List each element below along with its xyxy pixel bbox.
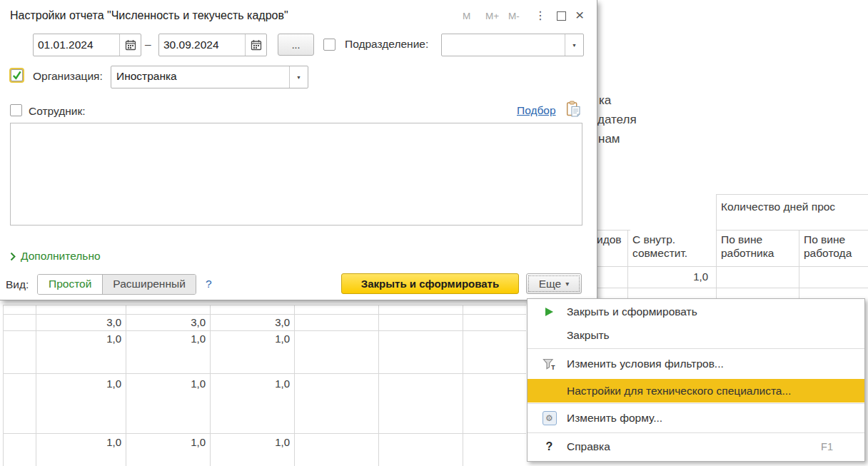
column-group-header: Количество дней прос: [721, 201, 868, 214]
period-options-button[interactable]: ...: [278, 34, 314, 56]
period-to-field[interactable]: [158, 34, 267, 56]
grid-line-v: [3, 305, 4, 466]
question-icon: ?: [540, 440, 559, 453]
play-icon: [540, 308, 559, 316]
column-header: С внутр. совместит.: [632, 233, 712, 260]
close-button[interactable]: ×: [575, 6, 584, 24]
table-cell: 1,0: [126, 436, 206, 448]
more-button-label: Еще: [539, 278, 562, 290]
menu-item-label: Справка: [567, 440, 610, 453]
view-toggle: Простой Расширенный: [37, 274, 196, 295]
column-header: По вине работника: [721, 233, 797, 260]
menu-item-edit-filter-conditions[interactable]: T Изменить условия фильтров...: [528, 349, 864, 379]
menu-item-help[interactable]: ? Справка F1: [528, 433, 864, 460]
organization-checkbox[interactable]: [11, 69, 23, 81]
check-icon: [11, 70, 22, 81]
menu-item-label: Изменить форму...: [567, 412, 662, 425]
dialog-title: Настройки отчета "Численность и текучест…: [10, 9, 288, 22]
table-cell: 1,0: [210, 378, 290, 390]
grid-line-h: [597, 266, 868, 267]
more-button[interactable]: Еще ▾: [526, 273, 582, 294]
report-text-fragment: ка: [599, 93, 611, 108]
chevron-right-icon: [10, 252, 16, 261]
department-value: [442, 34, 565, 56]
svg-text:T: T: [551, 363, 555, 370]
filter-icon: T: [540, 358, 559, 370]
menu-item-shortcut: F1: [821, 441, 864, 452]
menu-item-close-and-generate[interactable]: Закрыть и сформировать: [528, 300, 864, 323]
table-cell: 1,0: [632, 270, 708, 283]
chevron-down-icon[interactable]: ▼: [565, 34, 583, 56]
paste-from-clipboard-icon[interactable]: [565, 101, 581, 121]
grid-line-v: [378, 305, 379, 466]
employee-list-box[interactable]: [10, 123, 582, 226]
font-scale-plus-button[interactable]: M+: [485, 11, 499, 21]
view-option-extended[interactable]: Расширенный: [103, 275, 195, 294]
organization-label: Организация:: [33, 70, 103, 83]
menu-item-label: Настройки для технического специалиста..…: [567, 385, 791, 397]
grid-line-v: [799, 230, 799, 298]
grid-line-h: [597, 288, 868, 288]
gear-icon: ⚙: [540, 411, 559, 425]
grid-line-h: [3, 314, 526, 315]
help-link[interactable]: ?: [206, 278, 212, 290]
calendar-icon[interactable]: [119, 34, 141, 56]
more-menu: Закрыть и сформировать Закрыть T Изменит…: [527, 298, 865, 462]
view-label: Вид:: [6, 278, 29, 291]
font-scale-button[interactable]: M: [463, 11, 470, 21]
maximize-button[interactable]: [557, 11, 566, 21]
additional-label: Дополнительно: [21, 250, 101, 263]
table-cell: 1,0: [36, 378, 121, 390]
department-label: Подразделение:: [345, 38, 428, 51]
table-cell: 1,0: [126, 333, 206, 345]
grid-line-h: [717, 194, 868, 195]
period-to-input[interactable]: [159, 34, 245, 56]
department-checkbox[interactable]: [323, 39, 335, 51]
table-cell: 1,0: [126, 378, 206, 390]
grid-line-v: [463, 305, 463, 466]
table-cell: 1,0: [36, 436, 121, 448]
screen: ка дателя нам Количество дней прос идов …: [0, 0, 868, 466]
menu-item-technical-specialist-settings[interactable]: Настройки для технического специалиста..…: [528, 379, 864, 402]
grid-line-h: [597, 230, 630, 231]
close-and-generate-button[interactable]: Закрыть и сформировать: [341, 273, 519, 294]
view-option-simple[interactable]: Простой: [38, 275, 103, 294]
department-combo[interactable]: ▼: [441, 34, 584, 56]
column-header: идов: [597, 233, 627, 247]
menu-item-edit-form[interactable]: ⚙ Изменить форму...: [528, 404, 864, 432]
report-text-fragment: нам: [598, 132, 620, 146]
chevron-down-icon[interactable]: ▼: [289, 66, 308, 88]
report-text-fragment: дателя: [597, 113, 637, 127]
organization-value: Иностранка: [111, 66, 289, 88]
kebab-menu-icon[interactable]: ⋮: [535, 9, 546, 22]
grid-line-h: [3, 305, 526, 305]
period-from-input[interactable]: [34, 34, 119, 56]
grid-line-h: [717, 230, 868, 231]
grid-line-v: [716, 194, 717, 298]
table-cell: 1,0: [36, 333, 121, 345]
chevron-down-icon: ▾: [565, 280, 569, 288]
additional-expander[interactable]: Дополнительно: [10, 250, 101, 263]
table-cell: 1,0: [210, 436, 290, 448]
grid-line-v: [294, 305, 295, 466]
report-settings-dialog: Настройки отчета "Численность и текучест…: [0, 0, 597, 300]
organization-combo[interactable]: Иностранка ▼: [111, 66, 308, 88]
menu-item-label: Закрыть: [567, 329, 610, 342]
grid-line-h: [3, 373, 526, 374]
font-scale-minus-button[interactable]: M-: [508, 11, 520, 21]
table-cell: 3,0: [210, 316, 290, 328]
period-from-field[interactable]: [33, 34, 141, 56]
grid-line-h: [3, 330, 526, 331]
period-dash: –: [145, 38, 151, 51]
table-cell: 3,0: [36, 316, 121, 328]
menu-item-close[interactable]: Закрыть: [528, 323, 864, 348]
grid-line-h: [3, 433, 526, 434]
table-cell: 3,0: [126, 316, 206, 328]
employee-picker-link[interactable]: Подбор: [517, 104, 556, 117]
calendar-icon[interactable]: [245, 34, 266, 56]
grid-line-v: [627, 230, 628, 298]
menu-item-label: Закрыть и сформировать: [567, 305, 697, 318]
table-cell: 1,0: [210, 333, 290, 345]
employee-checkbox[interactable]: [10, 104, 22, 116]
employee-label: Сотрудник:: [29, 105, 86, 118]
